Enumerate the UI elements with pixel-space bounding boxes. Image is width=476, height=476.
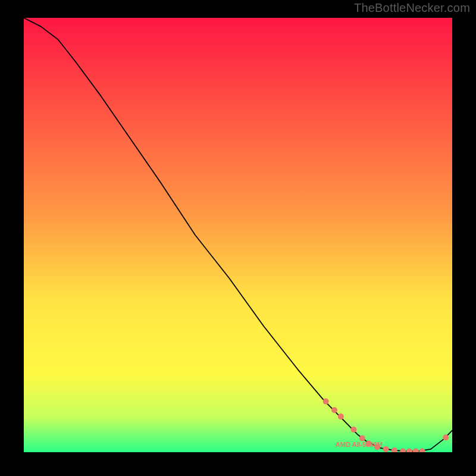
data-marker [338,414,344,419]
plot-svg [24,18,452,452]
chart-canvas: TheBottleNecker.com AMD A8-5550M [0,0,476,476]
data-marker [359,436,365,441]
data-marker [366,440,372,446]
data-marker [383,446,389,452]
data-marker [350,427,356,433]
attribution-label: TheBottleNecker.com [354,1,470,15]
plot-area: AMD A8-5550M [24,18,452,452]
gradient-background [24,18,452,452]
data-marker [443,434,449,440]
data-marker [331,407,337,413]
data-marker [374,444,380,450]
data-marker [323,399,329,405]
